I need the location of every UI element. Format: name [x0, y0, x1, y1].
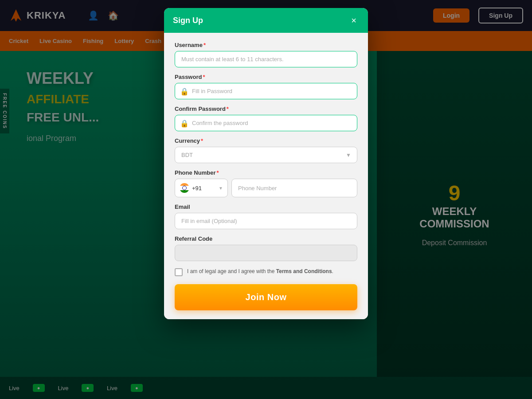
username-label: Username* — [175, 42, 357, 48]
email-input[interactable] — [175, 213, 357, 229]
currency-label: Currency* — [175, 137, 357, 144]
phone-row: +91 ▼ — [175, 179, 357, 197]
phone-group: Phone Number* +91 ▼ — [175, 169, 357, 197]
modal-title: Sign Up — [173, 16, 203, 25]
lock-icon-confirm: 🔒 — [180, 119, 189, 127]
referral-input[interactable] — [175, 245, 357, 261]
confirm-password-group: Confirm Password* 🔒 — [175, 106, 357, 131]
modal-header: Sign Up × — [164, 8, 368, 33]
currency-group: Currency* BDT INR USD ▼ — [175, 137, 357, 163]
india-flag-icon — [180, 183, 189, 193]
modal-body: Username* Password* 🔒 Confirm Password* … — [164, 33, 368, 319]
confirm-password-input[interactable] — [175, 115, 357, 131]
terms-checkbox[interactable] — [175, 268, 183, 276]
password-input[interactable] — [175, 83, 357, 99]
modal-close-button[interactable]: × — [348, 15, 359, 26]
terms-text: I am of legal age and I agree with the T… — [187, 267, 333, 275]
join-now-button[interactable]: Join Now — [175, 284, 357, 310]
lock-icon-password: 🔒 — [180, 87, 189, 95]
country-code-chevron-icon: ▼ — [219, 186, 223, 191]
country-code-selector[interactable]: +91 ▼ — [175, 179, 228, 197]
email-label: Email — [175, 203, 357, 210]
username-group: Username* — [175, 42, 357, 67]
referral-label: Referral Code — [175, 235, 357, 242]
username-input[interactable] — [175, 51, 357, 67]
password-label: Password* — [175, 74, 357, 80]
signup-modal: Sign Up × Username* Password* 🔒 Confirm … — [164, 8, 368, 319]
password-input-wrapper: 🔒 — [175, 83, 357, 99]
referral-group: Referral Code — [175, 235, 357, 261]
terms-link[interactable]: Terms and Conditions — [276, 268, 332, 274]
terms-row: I am of legal age and I agree with the T… — [175, 267, 357, 276]
email-group: Email — [175, 203, 357, 229]
confirm-password-input-wrapper: 🔒 — [175, 115, 357, 131]
country-code-text: +91 — [192, 185, 202, 192]
confirm-password-label: Confirm Password* — [175, 106, 357, 112]
phone-label: Phone Number* — [175, 169, 357, 176]
currency-select-wrapper: BDT INR USD ▼ — [175, 147, 357, 163]
phone-number-input[interactable] — [231, 179, 357, 197]
currency-select[interactable]: BDT INR USD — [175, 147, 357, 163]
password-group: Password* 🔒 — [175, 74, 357, 99]
